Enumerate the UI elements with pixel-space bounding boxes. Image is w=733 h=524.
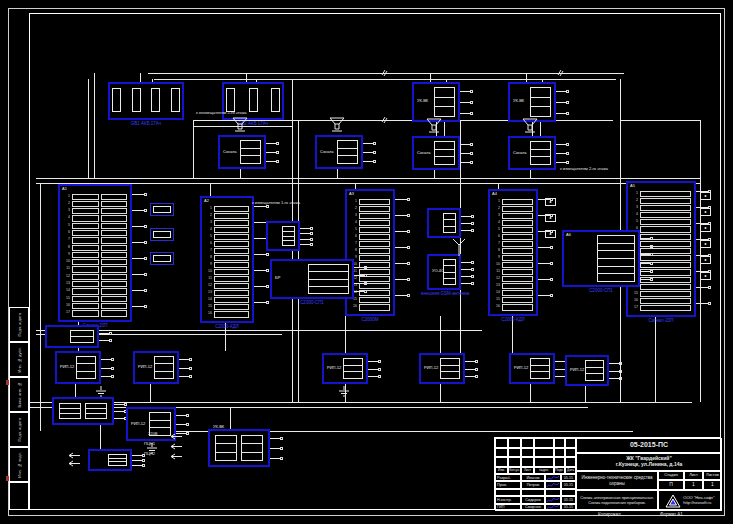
device-block-A2: A212345678910111213141516 — [200, 196, 254, 323]
arrow-icon — [168, 433, 182, 440]
wire-segment — [540, 122, 541, 136]
terminal-number: 2 — [630, 198, 639, 204]
company-logo-triangle-icon — [665, 494, 681, 508]
detector-icon — [545, 198, 556, 206]
wire-segment — [530, 384, 531, 402]
device-block-L4: УК-ВК — [208, 429, 270, 467]
terminal-cell — [214, 206, 249, 212]
signature-date-cell: 05.15 — [561, 481, 576, 488]
terminal-row: 6 — [349, 234, 391, 240]
object-name: ЖК "Гвардейский" г.Кузнецк, ул.Ленина, д… — [576, 453, 722, 471]
inner-row — [60, 414, 80, 418]
terminal-number: 11 — [492, 269, 501, 275]
terminal-stub — [368, 369, 378, 370]
wiring-note: к извещателям 2-го этажа — [560, 167, 608, 171]
terminal-stub — [354, 275, 364, 276]
terminal-cell — [101, 288, 128, 294]
terminal-stub — [132, 274, 144, 275]
inner-terminal-box — [241, 435, 263, 461]
revision-empty-cell — [565, 438, 576, 448]
wire-segment — [193, 120, 194, 178]
device-block-R6: РИП-12 — [565, 355, 609, 386]
signature-autograph-cell — [545, 481, 561, 488]
terminal-stub — [395, 199, 407, 200]
device-type-label: РИП-12 — [514, 366, 528, 370]
terminal-stub — [461, 283, 471, 284]
inner-row — [216, 444, 236, 452]
signature-role-cell: Пров. — [495, 481, 521, 488]
terminal-row: 5 — [349, 227, 391, 233]
terminal-row: 7 — [492, 241, 534, 247]
wiring-note: ПЦН1 — [144, 442, 155, 446]
device-block-S4: Соната — [508, 136, 556, 170]
inner-row — [435, 88, 454, 98]
terminal-square — [189, 367, 192, 370]
terminal-cell — [214, 241, 249, 247]
terminal-number: 3 — [349, 213, 358, 219]
wire-segment — [655, 317, 656, 402]
terminal-stub — [368, 376, 378, 377]
terminal-number: 10 — [204, 269, 213, 275]
inner-terminal-box — [440, 358, 460, 379]
terminal-square — [470, 112, 473, 115]
signature-autograph-cell — [545, 489, 561, 496]
terminal-number: 1 — [204, 206, 213, 212]
terminal-square — [619, 377, 622, 380]
terminal-row: 15 — [492, 297, 534, 303]
terminal-number: 3 — [630, 205, 639, 211]
terminal-cell — [101, 281, 128, 287]
speaker-icon — [521, 118, 539, 133]
terminal-row: 4 — [630, 212, 692, 218]
inner-row — [283, 241, 295, 245]
inner-terminal-box — [337, 140, 358, 164]
device-block-S2: Соната — [315, 135, 363, 169]
inner-row — [77, 364, 95, 371]
signature-name-cell — [521, 489, 545, 496]
terminal-cell — [502, 276, 533, 282]
signature-name-cell: Иванов — [521, 474, 545, 481]
terminal-stub — [556, 91, 566, 92]
terminal-stub — [179, 376, 189, 377]
inner-row — [309, 287, 348, 293]
terminal-number: 7 — [349, 241, 358, 247]
terminal-cell — [101, 223, 128, 229]
terminal-stub — [555, 361, 565, 362]
device-type-label: РИП-12 — [570, 368, 584, 372]
inner-row — [150, 421, 170, 429]
terminal-number: 14 — [62, 288, 71, 294]
inner-row — [531, 359, 549, 366]
revision-header-cell: Изм. — [495, 467, 508, 474]
terminal-row: 4 — [349, 220, 391, 226]
terminal-cell — [359, 234, 390, 240]
terminal-number: 14 — [492, 290, 501, 296]
terminal-cell — [72, 288, 99, 294]
side-strip-label: Подп. и дата — [17, 313, 22, 337]
terminal-square — [566, 152, 569, 155]
terminal-square — [364, 266, 367, 269]
terminal-cell — [214, 255, 249, 261]
terminal-stub — [609, 371, 619, 372]
revision-empty-cell — [565, 448, 576, 458]
terminal-stub — [460, 153, 470, 154]
terminal-square — [142, 459, 145, 462]
terminal-number: 10 — [492, 262, 501, 268]
wiring-note: к оповещателям 2-го этажа — [196, 111, 247, 115]
terminal-square — [144, 209, 147, 212]
terminal-stub — [176, 424, 186, 425]
terminal-square — [470, 152, 473, 155]
terminal-cell — [101, 208, 128, 214]
wire-segment — [40, 183, 41, 431]
terminal-square — [186, 423, 189, 426]
inner-row — [444, 227, 456, 232]
inner-row — [77, 372, 95, 378]
terminal-number: 4 — [62, 215, 71, 221]
inner-row — [531, 142, 550, 150]
wire-segment — [36, 178, 700, 179]
terminal-square — [310, 232, 313, 235]
terminal-number: 3 — [204, 220, 213, 226]
terminal-stub — [640, 238, 650, 239]
terminal-number: 13 — [492, 283, 501, 289]
terminal-cell — [502, 206, 533, 212]
stage-value: П — [658, 480, 684, 490]
terminal-cell — [502, 199, 533, 205]
